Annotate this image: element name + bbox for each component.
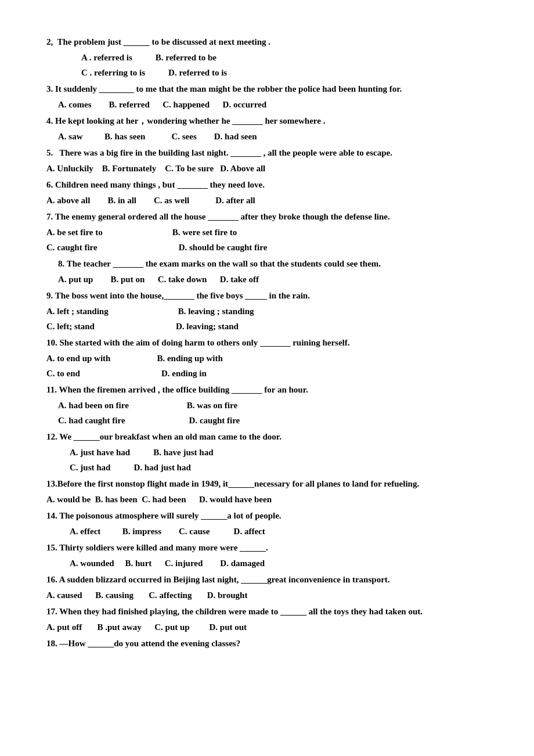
q7-optB: B. were set fire to [172, 225, 237, 239]
q11-optA: A. had been on fire [58, 398, 129, 412]
q15-options: A. wounded B. hurt C. injured D. damaged [70, 556, 488, 570]
question-12: 12. We ______our breakfast when an old m… [46, 430, 488, 474]
q6-options: A. above all B. in all C. as well D. aft… [46, 193, 488, 207]
q4-options: A. saw B. has seen C. sees D. had seen [58, 129, 488, 143]
question-16: 16. A sudden blizzard occurred in Beijin… [46, 573, 488, 602]
question-2: 2, The problem just ______ to be discuss… [46, 35, 488, 80]
q9-optC: C. left; stand [46, 319, 95, 333]
q10-optA: A. to end up with [46, 351, 110, 365]
q3-options: A. comes B. referred C. happened D. occu… [58, 98, 488, 111]
q9-optA: A. left ; standing [46, 304, 109, 318]
q2-optA: A . referred is [81, 51, 132, 64]
q7-optD: D. should be caught fire [179, 240, 268, 254]
q10-optC: C. to end [46, 366, 80, 380]
q8-text: 8. The teacher _______ the exam marks on… [58, 257, 488, 271]
question-11: 11. When the firemen arrived , the offic… [46, 383, 488, 427]
q17-text: 17. When they had finished playing, the … [46, 604, 488, 618]
q10-text: 10. She started with the aim of doing ha… [46, 336, 488, 350]
question-14: 14. The poisonous atmosphere will surely… [46, 509, 488, 538]
q5-options: A. Unluckily B. Fortunately C. To be sur… [46, 161, 488, 175]
question-7: 7. The enemy general ordered all the hou… [46, 210, 488, 254]
question-5: 5. There was a big fire in the building … [46, 146, 488, 175]
question-9: 9. The boss went into the house,_______ … [46, 289, 488, 333]
q7-optA: A. be set fire to [46, 225, 103, 239]
q9-optB: B. leaving ; standing [178, 304, 254, 318]
q2-text: 2, The problem just ______ to be discuss… [46, 35, 488, 49]
q14-text: 14. The poisonous atmosphere will surely… [46, 509, 488, 523]
question-3: 3. It suddenly ________ to me that the m… [46, 82, 488, 111]
question-10: 10. She started with the aim of doing ha… [46, 336, 488, 380]
q10-optD: D. ending in [161, 366, 207, 380]
q11-optC: C. had caught fire [58, 413, 125, 427]
question-17: 17. When they had finished playing, the … [46, 604, 488, 634]
q2-optB: B. referred to be [156, 51, 217, 64]
q11-optD: D. caught fire [189, 413, 240, 427]
q14-options: A. effect B. impress C. cause D. affect [70, 524, 488, 538]
q16-options: A. caused B. causing C. affecting D. bro… [46, 588, 488, 602]
q17-options: A. put off B .put away C. put up D. put … [46, 620, 488, 634]
q11-optB: B. was on fire [187, 398, 237, 412]
q4-text: 4. He kept looking at her，wondering whet… [46, 114, 488, 128]
q9-text: 9. The boss went into the house,_______ … [46, 289, 488, 303]
q12-text: 12. We ______our breakfast when an old m… [46, 430, 488, 444]
q2-optC: C . referring to is [81, 66, 145, 80]
q12-optD: D. had just had [134, 460, 190, 474]
exam-content: 2, The problem just ______ to be discuss… [46, 35, 488, 650]
question-8: 8. The teacher _______ the exam marks on… [46, 257, 488, 286]
question-13: 13.Before the first nonstop flight made … [46, 477, 488, 506]
q13-text: 13.Before the first nonstop flight made … [46, 477, 488, 491]
q5-text: 5. There was a big fire in the building … [46, 146, 488, 160]
question-15: 15. Thirty soldiers were killed and many… [46, 541, 488, 570]
q15-text: 15. Thirty soldiers were killed and many… [46, 541, 488, 555]
q18-text: 18. —How ______do you attend the evening… [46, 636, 488, 650]
q12-optB: B. have just had [153, 445, 213, 459]
q13-options: A. would be B. has been C. had been D. w… [46, 492, 488, 506]
q3-text: 3. It suddenly ________ to me that the m… [46, 82, 488, 96]
q16-text: 16. A sudden blizzard occurred in Beijin… [46, 573, 488, 586]
question-6: 6. Children need many things , but _____… [46, 178, 488, 207]
question-18: 18. —How ______do you attend the evening… [46, 636, 488, 650]
q11-text: 11. When the firemen arrived , the offic… [46, 383, 488, 397]
q12-optC: C. just had [70, 460, 110, 474]
q7-optC: C. caught fire [46, 240, 98, 254]
q9-optD: D. leaving; stand [176, 319, 239, 333]
q10-optB: B. ending up with [157, 351, 222, 365]
q6-text: 6. Children need many things , but _____… [46, 178, 488, 192]
q8-options: A. put up B. put on C. take down D. take… [58, 272, 488, 286]
q2-optD: D. referred to is [168, 66, 227, 80]
q12-optA: A. just have had [70, 445, 130, 459]
question-4: 4. He kept looking at her，wondering whet… [46, 114, 488, 143]
q7-text: 7. The enemy general ordered all the hou… [46, 210, 488, 224]
